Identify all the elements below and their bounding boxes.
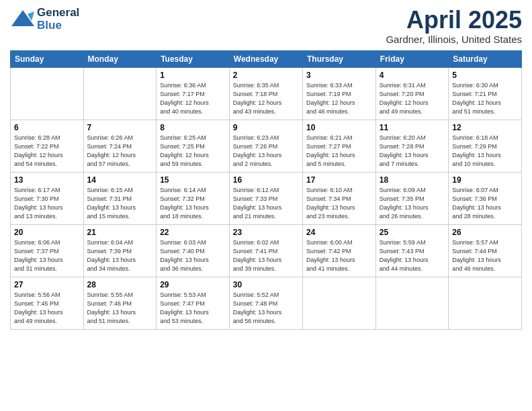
day-number: 12: [452, 123, 518, 132]
day-info: Sunrise: 6:00 AM Sunset: 7:42 PM Dayligh…: [306, 238, 372, 273]
day-number: 6: [14, 123, 80, 132]
calendar-cell: 6Sunrise: 6:28 AM Sunset: 7:22 PM Daylig…: [11, 120, 84, 172]
calendar-week-row: 1Sunrise: 6:36 AM Sunset: 7:17 PM Daylig…: [11, 67, 522, 120]
calendar-table: Sunday Monday Tuesday Wednesday Thursday…: [10, 50, 522, 330]
calendar-cell: 17Sunrise: 6:10 AM Sunset: 7:34 PM Dayli…: [303, 172, 376, 224]
logo-general: General: [37, 7, 79, 19]
calendar-cell: 21Sunrise: 6:04 AM Sunset: 7:39 PM Dayli…: [83, 224, 157, 277]
calendar-cell: 7Sunrise: 6:26 AM Sunset: 7:24 PM Daylig…: [83, 120, 157, 172]
day-number: 18: [380, 175, 445, 185]
day-number: 16: [233, 175, 299, 185]
day-info: Sunrise: 5:59 AM Sunset: 7:43 PM Dayligh…: [380, 238, 445, 273]
day-info: Sunrise: 6:03 AM Sunset: 7:40 PM Dayligh…: [160, 238, 226, 273]
day-number: 11: [380, 123, 445, 132]
day-number: 25: [380, 228, 445, 237]
calendar-cell: [303, 277, 376, 329]
title-block: April 2025 Gardner, Illinois, United Sta…: [386, 7, 522, 45]
day-number: 26: [452, 228, 518, 237]
calendar-cell: 3Sunrise: 6:33 AM Sunset: 7:19 PM Daylig…: [303, 67, 376, 120]
calendar-cell: 19Sunrise: 6:07 AM Sunset: 7:36 PM Dayli…: [449, 172, 522, 224]
calendar-cell: [375, 277, 448, 329]
day-info: Sunrise: 6:15 AM Sunset: 7:31 PM Dayligh…: [87, 186, 153, 221]
day-info: Sunrise: 6:09 AM Sunset: 7:35 PM Dayligh…: [380, 186, 445, 221]
month-title: April 2025: [386, 7, 522, 34]
calendar-cell: 16Sunrise: 6:12 AM Sunset: 7:33 PM Dayli…: [229, 172, 302, 224]
calendar-week-row: 6Sunrise: 6:28 AM Sunset: 7:22 PM Daylig…: [11, 120, 522, 172]
calendar-cell: [83, 67, 157, 120]
day-info: Sunrise: 6:06 AM Sunset: 7:37 PM Dayligh…: [14, 238, 80, 273]
day-number: 17: [306, 175, 372, 185]
calendar-cell: [11, 67, 84, 120]
day-info: Sunrise: 6:14 AM Sunset: 7:32 PM Dayligh…: [160, 186, 226, 221]
calendar-cell: 26Sunrise: 5:57 AM Sunset: 7:44 PM Dayli…: [449, 224, 522, 277]
day-number: 27: [14, 280, 80, 289]
day-number: 13: [14, 175, 80, 185]
day-info: Sunrise: 6:02 AM Sunset: 7:41 PM Dayligh…: [233, 238, 299, 273]
calendar-cell: 29Sunrise: 5:53 AM Sunset: 7:47 PM Dayli…: [157, 277, 230, 329]
day-number: 3: [306, 71, 372, 80]
day-info: Sunrise: 6:04 AM Sunset: 7:39 PM Dayligh…: [87, 238, 153, 273]
day-number: 22: [160, 228, 226, 237]
header: General Blue April 2025 Gardner, Illinoi…: [10, 7, 522, 45]
day-info: Sunrise: 5:52 AM Sunset: 7:48 PM Dayligh…: [233, 291, 299, 326]
day-number: 9: [233, 123, 299, 132]
day-number: 23: [233, 228, 299, 237]
day-number: 4: [380, 71, 445, 80]
day-number: 19: [452, 175, 518, 185]
day-info: Sunrise: 5:57 AM Sunset: 7:44 PM Dayligh…: [452, 238, 518, 273]
calendar-cell: 15Sunrise: 6:14 AM Sunset: 7:32 PM Dayli…: [157, 172, 230, 224]
col-saturday: Saturday: [449, 50, 522, 67]
day-info: Sunrise: 6:26 AM Sunset: 7:24 PM Dayligh…: [87, 134, 153, 169]
calendar-cell: 13Sunrise: 6:17 AM Sunset: 7:30 PM Dayli…: [11, 172, 84, 224]
calendar-cell: 28Sunrise: 5:55 AM Sunset: 7:46 PM Dayli…: [83, 277, 157, 329]
col-wednesday: Wednesday: [229, 50, 302, 67]
calendar-cell: 25Sunrise: 5:59 AM Sunset: 7:43 PM Dayli…: [375, 224, 448, 277]
day-info: Sunrise: 6:28 AM Sunset: 7:22 PM Dayligh…: [14, 134, 80, 169]
calendar-cell: 18Sunrise: 6:09 AM Sunset: 7:35 PM Dayli…: [375, 172, 448, 224]
day-info: Sunrise: 6:31 AM Sunset: 7:20 PM Dayligh…: [380, 81, 445, 116]
calendar-cell: 30Sunrise: 5:52 AM Sunset: 7:48 PM Dayli…: [229, 277, 302, 329]
calendar-cell: 5Sunrise: 6:30 AM Sunset: 7:21 PM Daylig…: [449, 67, 522, 120]
day-number: 29: [160, 280, 226, 289]
col-thursday: Thursday: [303, 50, 376, 67]
day-info: Sunrise: 6:36 AM Sunset: 7:17 PM Dayligh…: [160, 81, 226, 116]
day-info: Sunrise: 6:35 AM Sunset: 7:18 PM Dayligh…: [233, 81, 299, 116]
calendar-cell: 20Sunrise: 6:06 AM Sunset: 7:37 PM Dayli…: [11, 224, 84, 277]
calendar-cell: 8Sunrise: 6:25 AM Sunset: 7:25 PM Daylig…: [157, 120, 230, 172]
day-number: 5: [452, 71, 518, 80]
calendar-header-row: Sunday Monday Tuesday Wednesday Thursday…: [11, 50, 522, 67]
calendar-week-row: 13Sunrise: 6:17 AM Sunset: 7:30 PM Dayli…: [11, 172, 522, 224]
calendar-week-row: 27Sunrise: 5:56 AM Sunset: 7:45 PM Dayli…: [11, 277, 522, 329]
calendar-cell: 11Sunrise: 6:20 AM Sunset: 7:28 PM Dayli…: [375, 120, 448, 172]
day-info: Sunrise: 6:21 AM Sunset: 7:27 PM Dayligh…: [306, 134, 372, 169]
day-number: 2: [233, 71, 299, 80]
col-sunday: Sunday: [11, 50, 84, 67]
day-number: 10: [306, 123, 372, 132]
day-info: Sunrise: 6:10 AM Sunset: 7:34 PM Dayligh…: [306, 186, 372, 221]
day-number: 7: [87, 123, 153, 132]
logo-blue: Blue: [37, 19, 79, 32]
col-tuesday: Tuesday: [157, 50, 230, 67]
logo-icon: [10, 7, 36, 33]
day-number: 24: [306, 228, 372, 237]
calendar-cell: 27Sunrise: 5:56 AM Sunset: 7:45 PM Dayli…: [11, 277, 84, 329]
day-info: Sunrise: 5:56 AM Sunset: 7:45 PM Dayligh…: [14, 291, 80, 326]
day-number: 28: [87, 280, 153, 289]
day-info: Sunrise: 5:55 AM Sunset: 7:46 PM Dayligh…: [87, 291, 153, 326]
day-info: Sunrise: 6:33 AM Sunset: 7:19 PM Dayligh…: [306, 81, 372, 116]
day-info: Sunrise: 5:53 AM Sunset: 7:47 PM Dayligh…: [160, 291, 226, 326]
calendar-cell: 9Sunrise: 6:23 AM Sunset: 7:26 PM Daylig…: [229, 120, 302, 172]
calendar-cell: 10Sunrise: 6:21 AM Sunset: 7:27 PM Dayli…: [303, 120, 376, 172]
day-info: Sunrise: 6:12 AM Sunset: 7:33 PM Dayligh…: [233, 186, 299, 221]
day-number: 8: [160, 123, 226, 132]
day-info: Sunrise: 6:23 AM Sunset: 7:26 PM Dayligh…: [233, 134, 299, 169]
calendar-cell: 1Sunrise: 6:36 AM Sunset: 7:17 PM Daylig…: [157, 67, 230, 120]
calendar-cell: 2Sunrise: 6:35 AM Sunset: 7:18 PM Daylig…: [229, 67, 302, 120]
page: General Blue April 2025 Gardner, Illinoi…: [0, 0, 532, 411]
day-number: 1: [160, 71, 226, 80]
day-info: Sunrise: 6:20 AM Sunset: 7:28 PM Dayligh…: [380, 134, 445, 169]
calendar-cell: [449, 277, 522, 329]
col-friday: Friday: [375, 50, 448, 67]
calendar-week-row: 20Sunrise: 6:06 AM Sunset: 7:37 PM Dayli…: [11, 224, 522, 277]
day-info: Sunrise: 6:25 AM Sunset: 7:25 PM Dayligh…: [160, 134, 226, 169]
